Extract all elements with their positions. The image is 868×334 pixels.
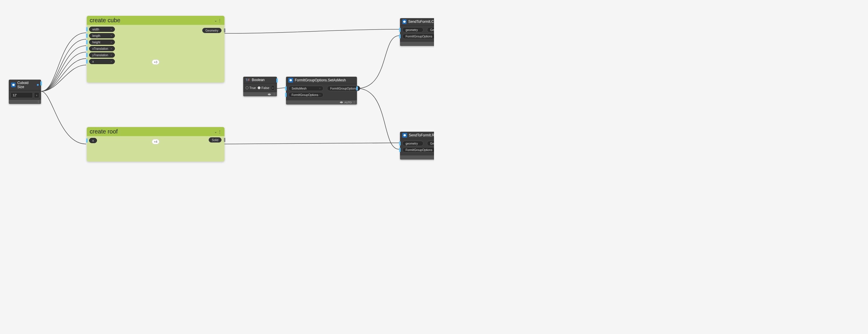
input-label: length: [92, 34, 100, 37]
output-label: Geometry: [427, 27, 434, 33]
port-slot[interactable]: [86, 59, 88, 64]
node-footer: ⋮: [9, 100, 41, 104]
output-port[interactable]: [356, 86, 358, 91]
input-port-setasmesh[interactable]: SetAsMesh› FormItGroupOptions: [288, 86, 354, 91]
node-header: SendToFormIt.Roof: [400, 132, 434, 139]
input-port-ytranslation[interactable]: yTranslation›: [89, 53, 222, 58]
dynamo-icon: [11, 82, 16, 87]
chevron-right-icon: ›: [319, 93, 320, 96]
dynamo-icon: [402, 133, 407, 138]
output-port[interactable]: [276, 78, 278, 82]
node-set-as-mesh[interactable]: FormItGroupOptions.SetAsMesh SetAsMesh› …: [286, 77, 357, 104]
output-label: Solid: [209, 137, 221, 142]
node-send-cube[interactable]: SendToFormIt.Cube geometry Geometry Form…: [400, 18, 434, 46]
chevron-right-icon: ›: [111, 34, 112, 37]
node-header: SendToFormIt.Cube: [400, 18, 434, 26]
node-cuboid-size[interactable]: Cuboid Size › ⋮: [9, 79, 41, 104]
port-slot[interactable]: [224, 138, 225, 142]
chevron-right-icon: ›: [111, 28, 112, 31]
svg-point-1: [340, 101, 343, 103]
chevron-right-icon: ›: [111, 60, 112, 63]
radio-label: False: [261, 86, 269, 90]
menu-dots-icon[interactable]: ⋮: [273, 93, 275, 96]
input-port-xtranslation[interactable]: xTranslation›: [89, 46, 222, 51]
port-slot[interactable]: [399, 34, 401, 38]
input-label: height: [92, 41, 100, 44]
preview-eye-icon[interactable]: [340, 101, 343, 104]
input-label: yTranslation: [92, 54, 108, 57]
node-footer: ⋮: [400, 156, 434, 160]
node-boolean[interactable]: T/F Boolean True False › ⋮: [243, 77, 277, 96]
input-port-formitgroupoptions[interactable]: FormItGroupOptions›: [288, 92, 354, 98]
port-slot[interactable]: [285, 86, 287, 91]
cuboid-value-input[interactable]: [10, 92, 33, 98]
node-footer: AUTO ⋮: [286, 100, 357, 104]
port-slot[interactable]: [285, 93, 287, 97]
input-label: x: [92, 60, 94, 63]
node-header: Cuboid Size: [9, 79, 41, 91]
status-dot-icon: [37, 84, 39, 86]
input-label: FormItGroupOptions: [402, 147, 434, 153]
input-label: SetAsMesh: [291, 87, 307, 90]
node-send-roof[interactable]: SendToFormIt.Roof geometry Geometry Form…: [400, 132, 434, 160]
node-title: SendToFormIt.Roof: [409, 133, 434, 137]
more-inputs-badge[interactable]: +4: [152, 139, 159, 144]
input-label: xTranslation: [92, 47, 108, 51]
collapse-icon[interactable]: ⌄ ⋮: [214, 130, 221, 134]
node-header: T/F Boolean: [243, 77, 277, 84]
input-label: geometry: [402, 27, 424, 33]
input-label: x: [92, 139, 94, 142]
collapse-icon[interactable]: ⌄ ⋮: [214, 19, 221, 23]
output-port[interactable]: [40, 81, 42, 86]
auto-label: AUTO: [344, 101, 352, 104]
port-slot[interactable]: [86, 27, 88, 31]
chevron-right-icon: ›: [111, 47, 112, 50]
port-slot[interactable]: [86, 40, 88, 44]
output-chevron-icon[interactable]: ›: [271, 85, 275, 91]
boolean-icon: T/F: [246, 78, 250, 82]
input-port-geometry[interactable]: geometry Geometry: [402, 27, 434, 33]
port-slot[interactable]: [86, 34, 88, 38]
chevron-right-icon: ›: [111, 41, 112, 44]
input-port-formitgroupoptions[interactable]: FormItGroupOptions: [402, 147, 434, 153]
node-footer: ⋮: [400, 42, 434, 46]
dynamo-icon: [402, 19, 406, 24]
node-footer: ⋮: [243, 92, 277, 96]
group-create-roof[interactable]: create roof ⌄ ⋮ x Solid +4: [87, 127, 224, 162]
port-slot[interactable]: [399, 28, 401, 32]
output-label: Geometry: [202, 28, 221, 33]
node-title: SendToFormIt.Cube: [408, 20, 434, 24]
output-port-geometry[interactable]: Geometry: [202, 28, 221, 33]
port-slot[interactable]: [399, 148, 401, 152]
group-title: create cube: [90, 17, 120, 24]
group-create-cube[interactable]: create cube ⌄ ⋮ width› length› height› x…: [87, 16, 224, 82]
more-inputs-badge[interactable]: +3: [152, 59, 159, 65]
output-chevron-icon[interactable]: ›: [34, 92, 39, 98]
radio-label: True: [249, 86, 256, 90]
port-slot[interactable]: [224, 28, 225, 33]
preview-eye-icon[interactable]: [268, 93, 271, 96]
port-slot[interactable]: [86, 46, 88, 51]
input-label: FormItGroupOptions: [402, 34, 434, 39]
chevron-right-icon: ›: [111, 54, 112, 57]
menu-dots-icon[interactable]: ⋮: [37, 100, 39, 103]
port-slot[interactable]: [86, 138, 88, 142]
input-label: width: [92, 28, 99, 31]
node-header: FormItGroupOptions.SetAsMesh: [286, 77, 357, 84]
port-slot[interactable]: [86, 53, 88, 57]
radio-false[interactable]: False: [257, 86, 269, 90]
input-port-formitgroupoptions[interactable]: FormItGroupOptions: [402, 34, 434, 39]
group-header[interactable]: create roof ⌄ ⋮: [87, 127, 224, 136]
input-port-height[interactable]: height›: [89, 39, 222, 45]
output-label: Geometry: [427, 141, 434, 146]
node-title: FormItGroupOptions.SetAsMesh: [295, 78, 346, 82]
output-label: FormItGroupOptions: [327, 86, 360, 91]
menu-dots-icon[interactable]: ⋮: [353, 101, 355, 104]
group-header[interactable]: create cube ⌄ ⋮: [87, 16, 224, 25]
input-port-geometry[interactable]: geometry Geometry: [402, 141, 434, 146]
radio-true[interactable]: True: [246, 86, 256, 90]
port-slot[interactable]: [399, 141, 401, 145]
svg-point-0: [268, 93, 271, 95]
output-port-solid[interactable]: Solid: [209, 137, 221, 142]
input-port-length[interactable]: length›: [89, 33, 222, 38]
